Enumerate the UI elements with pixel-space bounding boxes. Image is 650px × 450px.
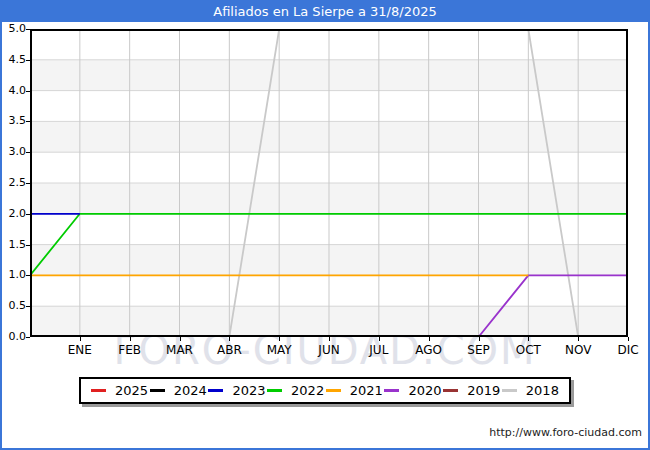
y-tick-mark	[26, 214, 30, 215]
legend-swatch-icon	[384, 389, 399, 392]
y-tick-label: 0.5	[2, 299, 26, 312]
plot-area	[30, 29, 628, 337]
y-tick-label: 4.5	[2, 53, 26, 66]
y-tick-label: 3.5	[2, 114, 26, 127]
legend-item-2023: 2023	[208, 383, 265, 398]
legend-label: 2024	[174, 383, 207, 398]
x-tick-label: MAR	[158, 343, 202, 357]
legend-label: 2023	[232, 383, 265, 398]
y-tick-label: 1.0	[2, 268, 26, 281]
x-tick-label: AGO	[407, 343, 451, 357]
y-tick-mark	[26, 306, 30, 307]
legend-swatch-icon	[326, 389, 341, 392]
x-tick-mark	[180, 337, 181, 341]
x-tick-mark	[429, 337, 430, 341]
y-tick-label: 0.0	[2, 330, 26, 343]
legend-item-2022: 2022	[267, 383, 324, 398]
x-tick-label: MAY	[257, 343, 301, 357]
legend-swatch-icon	[502, 389, 517, 392]
x-tick-mark	[279, 337, 280, 341]
legend-label: 2025	[115, 383, 148, 398]
legend-swatch-icon	[150, 389, 165, 392]
y-tick-mark	[26, 337, 30, 338]
chart-title: Afiliados en La Sierpe a 31/8/2025	[2, 2, 648, 22]
y-tick-label: 1.5	[2, 238, 26, 251]
x-tick-mark	[130, 337, 131, 341]
legend-item-2020: 2020	[384, 383, 441, 398]
legend-label: 2019	[467, 383, 500, 398]
x-tick-label: JUN	[307, 343, 351, 357]
x-tick-mark	[578, 337, 579, 341]
chart-window: Afiliados en La Sierpe a 31/8/2025 FORO-…	[0, 0, 650, 450]
y-tick-label: 2.5	[2, 176, 26, 189]
y-tick-mark	[26, 152, 30, 153]
x-tick-label: ENE	[58, 343, 102, 357]
x-tick-label: JUL	[357, 343, 401, 357]
legend-swatch-icon	[208, 389, 223, 392]
legend-item-2019: 2019	[443, 383, 500, 398]
x-tick-mark	[229, 337, 230, 341]
x-tick-mark	[628, 337, 629, 341]
x-tick-mark	[479, 337, 480, 341]
y-tick-mark	[26, 245, 30, 246]
footer-url[interactable]: http://www.foro-ciudad.com	[489, 426, 642, 439]
legend-item-2024: 2024	[150, 383, 207, 398]
legend-swatch-icon	[443, 389, 458, 392]
x-tick-mark	[80, 337, 81, 341]
y-tick-label: 3.0	[2, 145, 26, 158]
legend-label: 2018	[526, 383, 559, 398]
legend-label: 2021	[350, 383, 383, 398]
y-tick-mark	[26, 275, 30, 276]
legend-label: 2020	[408, 383, 441, 398]
x-tick-label: DIC	[606, 343, 650, 357]
x-tick-mark	[379, 337, 380, 341]
y-tick-mark	[26, 29, 30, 30]
y-tick-label: 2.0	[2, 207, 26, 220]
x-tick-label: SEP	[457, 343, 501, 357]
x-tick-label: NOV	[556, 343, 600, 357]
x-tick-label: FEB	[108, 343, 152, 357]
y-tick-label: 5.0	[2, 22, 26, 35]
x-tick-mark	[528, 337, 529, 341]
plot-canvas	[30, 29, 628, 337]
y-tick-mark	[26, 60, 30, 61]
y-tick-mark	[26, 91, 30, 92]
x-tick-label: ABR	[207, 343, 251, 357]
y-tick-mark	[26, 121, 30, 122]
x-tick-label: OCT	[506, 343, 550, 357]
y-tick-label: 4.0	[2, 84, 26, 97]
y-tick-mark	[26, 183, 30, 184]
legend-label: 2022	[291, 383, 324, 398]
legend-item-2018: 2018	[502, 383, 559, 398]
legend-item-2025: 2025	[91, 383, 148, 398]
legend-swatch-icon	[91, 389, 106, 392]
legend-item-2021: 2021	[326, 383, 383, 398]
x-tick-mark	[329, 337, 330, 341]
legend-swatch-icon	[267, 389, 282, 392]
legend: 20252024202320222021202020192018	[79, 377, 571, 404]
